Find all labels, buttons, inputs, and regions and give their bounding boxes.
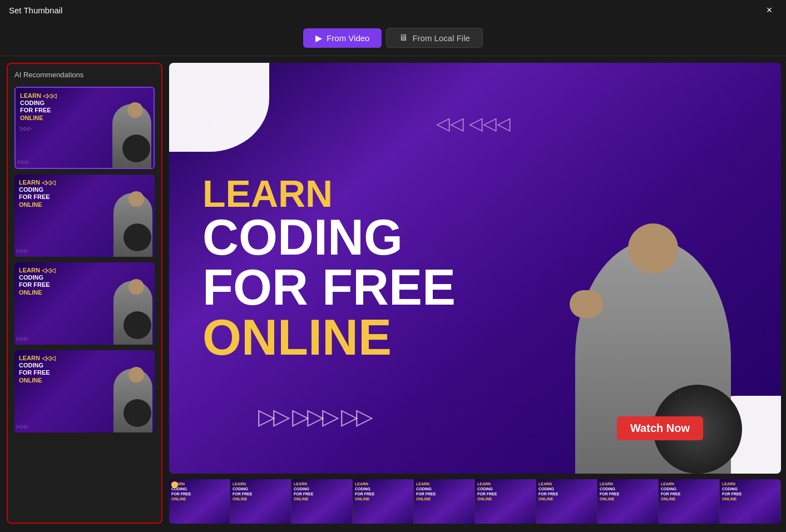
thumbnail-item-1[interactable]: LEARN ◁◁◁ CODING FOR FREE ONLINE ▷▷▷ ▷▷▷ — [14, 87, 155, 169]
film-thumb-5[interactable]: LEARN CODING FOR FREE ONLINE — [414, 479, 475, 524]
main-learn-text: LEARN — [202, 175, 456, 212]
film-thumb-9[interactable]: LEARN CODING FOR FREE ONLINE — [659, 479, 720, 524]
tab-from-local-file-label: From Local File — [412, 33, 469, 43]
film-thumb-10[interactable]: LEARN CODING FOR FREE ONLINE — [720, 479, 781, 524]
thumbnail-item-2[interactable]: LEARN ◁◁◁ CODING FOR FREE ONLINE ▷▷▷ — [14, 175, 155, 257]
thumbnail-item-3[interactable]: LEARN ◁◁◁ CODING FOR FREE ONLINE ▷▷▷ — [14, 262, 155, 345]
film-thumb-3[interactable]: LEARN CODING FOR FREE ONLINE — [291, 479, 353, 524]
film-thumb-4[interactable]: LEARN CODING FOR FREE ONLINE — [353, 479, 414, 524]
main-online-text: ONLINE — [202, 312, 456, 362]
tab-bar: ▶ From Video 🖥 From Local File — [0, 20, 786, 56]
person-silhouette-4 — [108, 350, 152, 432]
main-coding-text: CODING — [202, 212, 456, 262]
preview-area: LEARN CODING FOR FREE ONLINE ◁◁ ◁◁◁ ▷▷ ▷… — [169, 63, 781, 524]
tab-from-local-file[interactable]: 🖥 From Local File — [386, 28, 482, 48]
main-content: AI Recommendations LEARN ◁◁◁ CODING FOR … — [0, 56, 786, 530]
person-silhouette-2 — [108, 175, 152, 257]
person-silhouette-3 — [108, 262, 152, 345]
film-thumb-1[interactable]: LEARN CODING FOR FREE ONLINE — [169, 479, 230, 524]
main-preview: LEARN CODING FOR FREE ONLINE ◁◁ ◁◁◁ ▷▷ ▷… — [169, 63, 781, 474]
film-thumb-7[interactable]: LEARN CODING FOR FREE ONLINE — [536, 479, 597, 524]
arrows-top-right: ◁◁ ◁◁◁ — [436, 113, 511, 134]
film-thumb-8[interactable]: LEARN CODING FOR FREE ONLINE — [597, 479, 659, 524]
film-thumb-2[interactable]: LEARN CODING FOR FREE ONLINE — [230, 479, 291, 524]
main-for-free-text: FOR FREE — [202, 262, 456, 312]
thumbnail-item-4[interactable]: LEARN ◁◁◁ CODING FOR FREE ONLINE ▷▷▷ — [14, 350, 155, 432]
person-silhouette-1 — [107, 88, 151, 168]
main-text-area: LEARN CODING FOR FREE ONLINE — [202, 175, 456, 362]
tab-from-video-label: From Video — [327, 33, 369, 43]
close-button[interactable]: × — [762, 2, 777, 18]
tab-from-video[interactable]: ▶ From Video — [303, 28, 382, 48]
blob-top-left — [169, 63, 269, 152]
video-icon: ▶ — [315, 33, 322, 43]
sidebar: AI Recommendations LEARN ◁◁◁ CODING FOR … — [7, 63, 162, 524]
main-preview-inner: LEARN CODING FOR FREE ONLINE ◁◁ ◁◁◁ ▷▷ ▷… — [169, 63, 781, 474]
film-thumb-6[interactable]: LEARN CODING FOR FREE ONLINE — [475, 479, 536, 524]
filmstrip-position-indicator — [171, 481, 178, 488]
window-title: Set Thumbnail — [9, 6, 62, 15]
sidebar-title: AI Recommendations — [14, 71, 155, 79]
title-bar: Set Thumbnail × — [0, 0, 786, 20]
filmstrip[interactable]: LEARN CODING FOR FREE ONLINE LEARN CODIN… — [169, 479, 781, 524]
arrows-big: ▷▷ ▷▷▷ ▷▷ — [258, 404, 371, 429]
folder-icon: 🖥 — [399, 33, 408, 43]
watch-now-badge: Watch Now — [617, 416, 703, 440]
